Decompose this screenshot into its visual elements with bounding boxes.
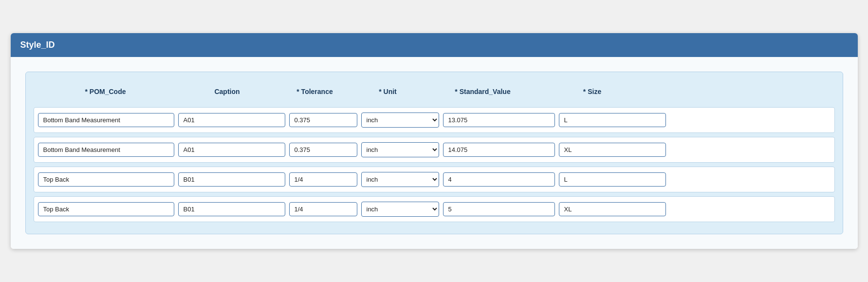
caption-input[interactable]	[178, 113, 285, 127]
header-size: * Size	[539, 85, 646, 98]
window-title: Style_ID	[20, 40, 55, 50]
caption-input[interactable]	[178, 202, 285, 216]
tolerance-input[interactable]	[289, 202, 357, 216]
unit-select[interactable]: inchcmmm	[361, 202, 439, 217]
table-row: inchcmmm	[34, 137, 835, 163]
standard-value-input[interactable]	[443, 113, 555, 127]
size-input[interactable]	[559, 113, 666, 127]
header-standard-value: * Standard_Value	[427, 85, 539, 98]
standard-value-input[interactable]	[443, 172, 555, 187]
tolerance-input[interactable]	[289, 113, 357, 127]
pom-code-input[interactable]	[38, 113, 174, 127]
table-row: inchcmmm	[34, 196, 835, 222]
header-pom-code: * POM_Code	[37, 85, 174, 98]
size-input[interactable]	[559, 172, 666, 187]
pom-code-input[interactable]	[38, 143, 174, 157]
table-body: inchcmmminchcmmminchcmmminchcmmm	[34, 107, 835, 222]
standard-value-input[interactable]	[443, 202, 555, 216]
title-bar: Style_ID	[11, 33, 858, 57]
table-header: * POM_Code Caption * Tolerance * Unit * …	[34, 80, 835, 103]
unit-select[interactable]: inchcmmm	[361, 113, 439, 128]
size-input[interactable]	[559, 202, 666, 216]
tolerance-input[interactable]	[289, 172, 357, 187]
caption-input[interactable]	[178, 143, 285, 157]
standard-value-input[interactable]	[443, 143, 555, 157]
pom-code-input[interactable]	[38, 172, 174, 187]
unit-select[interactable]: inchcmmm	[361, 172, 439, 187]
caption-input[interactable]	[178, 172, 285, 187]
table-row: inchcmmm	[34, 107, 835, 133]
unit-select[interactable]: inchcmmm	[361, 142, 439, 157]
content-area: * POM_Code Caption * Tolerance * Unit * …	[11, 57, 858, 249]
header-unit: * Unit	[349, 85, 427, 98]
tolerance-input[interactable]	[289, 143, 357, 157]
table-container: * POM_Code Caption * Tolerance * Unit * …	[25, 72, 843, 234]
size-input[interactable]	[559, 143, 666, 157]
header-tolerance: * Tolerance	[281, 85, 349, 98]
pom-code-input[interactable]	[38, 202, 174, 216]
table-row: inchcmmm	[34, 167, 835, 192]
main-window: Style_ID * POM_Code Caption * Tolerance …	[11, 33, 858, 249]
header-caption: Caption	[174, 85, 281, 98]
